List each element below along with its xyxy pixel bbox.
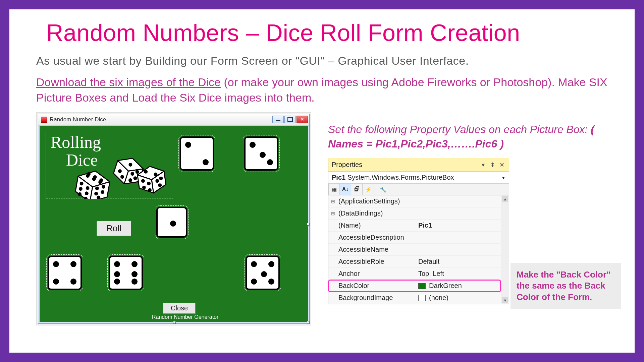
property-value-text: DarkGreen bbox=[429, 282, 462, 290]
roll-button[interactable]: Roll bbox=[97, 221, 131, 236]
svg-point-15 bbox=[142, 179, 145, 182]
scroll-down-icon[interactable]: ▼ bbox=[502, 297, 508, 303]
property-value[interactable]: DarkGreen bbox=[415, 282, 501, 290]
svg-point-16 bbox=[143, 186, 146, 189]
property-value-text: Default bbox=[418, 258, 439, 265]
svg-point-9 bbox=[136, 170, 139, 173]
property-name: (Name) bbox=[338, 222, 415, 229]
property-row[interactable]: AnchorTop, Left bbox=[328, 268, 501, 280]
die-pic1[interactable] bbox=[156, 207, 187, 238]
color-swatch bbox=[418, 283, 426, 289]
expand-icon[interactable]: ⊞ bbox=[328, 211, 338, 216]
alphabetical-icon[interactable]: A↓ bbox=[340, 184, 351, 195]
instruction-text: Download the six images of the Dice (or … bbox=[36, 75, 608, 106]
properties-grid-area: ⊞(ApplicationSettings)⊞(DataBindings)(Na… bbox=[328, 195, 509, 304]
properties-title: Properties bbox=[332, 161, 477, 169]
object-type: System.Windows.Forms.PictureBox bbox=[345, 174, 454, 181]
svg-point-20 bbox=[159, 177, 162, 180]
dice-window: Random Number Dice Rolling Dice bbox=[38, 114, 310, 324]
logo-dice-illustration bbox=[69, 152, 170, 199]
close-button[interactable]: Close bbox=[163, 303, 196, 314]
object-name: Pic1 bbox=[332, 174, 345, 181]
slide: Random Numbers – Dice Roll Form Creation… bbox=[0, 0, 644, 362]
property-row[interactable]: AccessibleDescription bbox=[328, 232, 501, 244]
pin-icon[interactable]: ⬍ bbox=[489, 161, 496, 169]
svg-point-8 bbox=[129, 178, 132, 182]
form-body: Rolling Dice bbox=[38, 126, 309, 323]
property-name: BackgroundImage bbox=[338, 294, 415, 302]
property-row[interactable]: AccessibleRoleDefault bbox=[328, 256, 501, 268]
svg-point-18 bbox=[148, 188, 151, 191]
properties-panel: Properties ▾ ⬍ ✕ Pic1 System.Windows.For… bbox=[328, 158, 509, 304]
property-value[interactable]: Default bbox=[415, 258, 501, 265]
svg-point-39 bbox=[102, 185, 105, 188]
svg-point-6 bbox=[131, 172, 134, 175]
svg-point-35 bbox=[85, 192, 88, 195]
svg-point-29 bbox=[93, 176, 96, 179]
die-pic5[interactable] bbox=[246, 256, 280, 290]
minimize-button[interactable] bbox=[272, 116, 284, 123]
svg-point-4 bbox=[118, 169, 121, 173]
titlebar: Random Number Dice bbox=[38, 114, 309, 126]
window-buttons bbox=[272, 116, 308, 123]
window-wrapper: Random Number Dice Rolling Dice bbox=[36, 112, 311, 325]
property-name: BackColor bbox=[338, 282, 415, 290]
property-value-text: (none) bbox=[429, 294, 448, 302]
app-icon bbox=[41, 117, 47, 123]
property-row[interactable]: ⊞(DataBindings) bbox=[328, 207, 501, 220]
die-pic3[interactable] bbox=[244, 136, 278, 171]
property-name: AccessibleName bbox=[338, 246, 415, 253]
property-name: Anchor bbox=[338, 270, 415, 278]
property-row[interactable]: BackColorDarkGreen bbox=[328, 280, 501, 292]
properties-toolbar: ▦ A↓ 🗐 ⚡ 🔧 bbox=[328, 184, 509, 195]
property-note-line1: Set the following Property Values on eac… bbox=[328, 123, 591, 135]
property-name: (DataBindings) bbox=[338, 209, 415, 217]
svg-point-37 bbox=[96, 187, 99, 190]
maximize-button[interactable] bbox=[284, 116, 296, 123]
svg-point-5 bbox=[120, 175, 124, 178]
property-value-text: Pic1 bbox=[418, 222, 432, 229]
svg-point-13 bbox=[144, 170, 147, 173]
wrench-icon[interactable]: 🔧 bbox=[377, 184, 389, 195]
die-pic4[interactable] bbox=[48, 256, 82, 290]
svg-point-21 bbox=[158, 184, 161, 187]
property-name: AccessibleDescription bbox=[338, 234, 415, 241]
scroll-up-icon[interactable]: ▲ bbox=[502, 196, 508, 202]
svg-point-14 bbox=[154, 173, 157, 176]
property-row[interactable]: ⊞(ApplicationSettings) bbox=[328, 195, 501, 207]
close-window-button[interactable] bbox=[297, 116, 308, 123]
events-icon[interactable]: ⚡ bbox=[363, 184, 374, 195]
property-pages-icon[interactable]: 🗐 bbox=[351, 184, 363, 195]
footer-label: Random Number Generator bbox=[152, 314, 218, 320]
svg-point-19 bbox=[156, 179, 159, 182]
categorized-icon[interactable]: ▦ bbox=[328, 184, 340, 195]
slide-title: Random Numbers – Dice Roll Form Creation bbox=[46, 19, 608, 46]
close-panel-icon[interactable]: ✕ bbox=[498, 161, 505, 169]
scrollbar[interactable]: ▲ ▼ bbox=[501, 195, 509, 304]
svg-point-3 bbox=[129, 163, 132, 166]
property-note: Set the following Property Values on eac… bbox=[328, 122, 608, 151]
die-pic6[interactable] bbox=[109, 256, 143, 290]
property-value[interactable]: Pic1 bbox=[415, 222, 501, 229]
property-name: (ApplicationSettings) bbox=[338, 197, 415, 205]
logo-text-1: Rolling bbox=[51, 135, 173, 150]
svg-point-30 bbox=[100, 179, 103, 182]
svg-point-38 bbox=[95, 192, 98, 195]
svg-point-32 bbox=[79, 187, 82, 190]
color-swatch bbox=[418, 295, 426, 301]
property-value[interactable]: Top, Left bbox=[415, 270, 501, 278]
property-row[interactable]: BackgroundImage(none) bbox=[328, 292, 501, 304]
properties-grid: ⊞(ApplicationSettings)⊞(DataBindings)(Na… bbox=[328, 195, 501, 304]
slide-subtitle: As usual we start by Building our Form S… bbox=[36, 54, 608, 67]
property-row[interactable]: (Name)Pic1 bbox=[328, 220, 501, 232]
property-value[interactable]: (none) bbox=[415, 294, 501, 302]
svg-point-33 bbox=[78, 192, 81, 195]
callout-box: Make the "Back Color" the same as the Ba… bbox=[511, 263, 621, 309]
die-pic2[interactable] bbox=[180, 136, 214, 171]
property-row[interactable]: AccessibleName bbox=[328, 244, 501, 256]
download-link[interactable]: Download the six images of the Dice bbox=[36, 76, 221, 88]
svg-point-41 bbox=[97, 196, 100, 199]
object-selector[interactable]: Pic1 System.Windows.Forms.PictureBox ▼ bbox=[328, 172, 509, 184]
dropdown-icon[interactable]: ▾ bbox=[479, 161, 487, 169]
expand-icon[interactable]: ⊞ bbox=[328, 199, 338, 204]
